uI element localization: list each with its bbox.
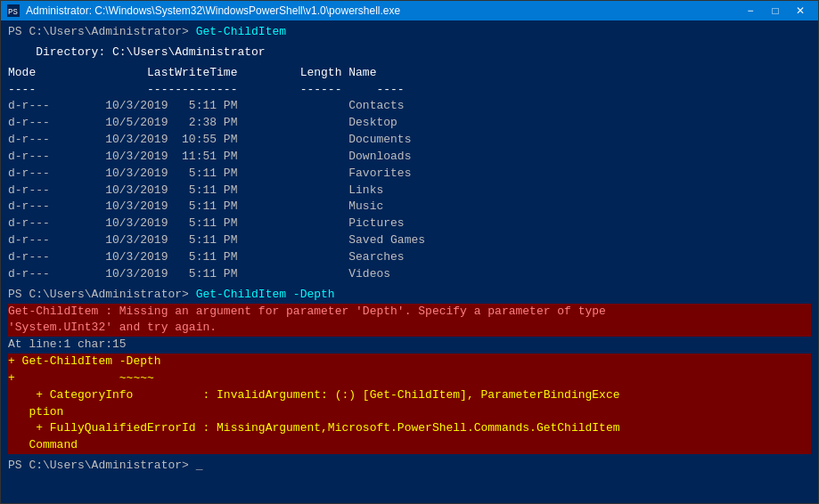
entry-searches: d-r--- 10/3/2019 5:11 PM Searches bbox=[8, 249, 811, 266]
entry-pictures: d-r--- 10/3/2019 5:11 PM Pictures bbox=[8, 215, 811, 232]
svg-text:PS: PS bbox=[8, 8, 18, 17]
full-qual2: Command bbox=[8, 437, 811, 454]
plus-carets: + ~~~~~ bbox=[8, 370, 811, 387]
entry-documents: d-r--- 10/3/2019 10:55 PM Documents bbox=[8, 132, 811, 149]
error-1: Get-ChildItem : Missing an argument for … bbox=[8, 304, 811, 321]
cat-info: + CategoryInfo : InvalidArgument: (:) [G… bbox=[8, 387, 811, 404]
entry-favorites: d-r--- 10/3/2019 5:11 PM Favorites bbox=[8, 166, 811, 183]
cmd-2: Get-ChildItem -Depth bbox=[196, 288, 335, 301]
terminal-body[interactable]: PS C:\Users\Administrator> Get-ChildItem… bbox=[1, 20, 818, 503]
window-title: Administrator: C:\Windows\System32\Windo… bbox=[26, 4, 738, 17]
minimize-button[interactable]: − bbox=[738, 1, 763, 20]
titlebar: PS Administrator: C:\Windows\System32\Wi… bbox=[1, 1, 818, 20]
entry-downloads: d-r--- 10/3/2019 11:51 PM Downloads bbox=[8, 149, 811, 166]
plus-cmd: + Get-ChildItem -Depth bbox=[8, 354, 811, 370]
table-divider: ---- ------------- ------ ---- bbox=[8, 82, 811, 99]
app-icon: PS bbox=[6, 4, 20, 18]
prompt-line-3: PS C:\Users\Administrator> _ bbox=[8, 458, 811, 475]
prompt-1: PS C:\Users\Administrator> bbox=[8, 25, 196, 38]
prompt-2: PS C:\Users\Administrator> bbox=[8, 288, 196, 301]
table-header: Mode LastWriteTime Length Name bbox=[8, 65, 811, 82]
entry-links: d-r--- 10/3/2019 5:11 PM Links bbox=[8, 183, 811, 199]
prompt-line-1: PS C:\Users\Administrator> Get-ChildItem bbox=[8, 24, 811, 41]
full-qual: + FullyQualifiedErrorId : MissingArgumen… bbox=[8, 420, 811, 437]
entry-desktop: d-r--- 10/5/2019 2:38 PM Desktop bbox=[8, 115, 811, 132]
entry-savedgames: d-r--- 10/3/2019 5:11 PM Saved Games bbox=[8, 232, 811, 249]
dir-label: Directory: C:\Users\Administrator bbox=[8, 45, 811, 61]
powershell-window: PS Administrator: C:\Windows\System32\Wi… bbox=[0, 0, 819, 504]
error-2: 'System.UInt32' and try again. bbox=[8, 320, 811, 337]
entry-music: d-r--- 10/3/2019 5:11 PM Music bbox=[8, 199, 811, 215]
at-line: At line:1 char:15 bbox=[8, 337, 811, 354]
maximize-button[interactable]: □ bbox=[763, 1, 788, 20]
prompt-line-2: PS C:\Users\Administrator> Get-ChildItem… bbox=[8, 287, 811, 304]
entry-videos: d-r--- 10/3/2019 5:11 PM Videos bbox=[8, 266, 811, 283]
close-button[interactable]: ✕ bbox=[788, 1, 813, 20]
entry-contacts: d-r--- 10/3/2019 5:11 PM Contacts bbox=[8, 98, 811, 115]
prompt-3: PS C:\Users\Administrator> _ bbox=[8, 459, 202, 472]
window-controls: − □ ✕ bbox=[738, 1, 813, 20]
cmd-1: Get-ChildItem bbox=[196, 25, 286, 38]
cat-info2: ption bbox=[8, 404, 811, 421]
